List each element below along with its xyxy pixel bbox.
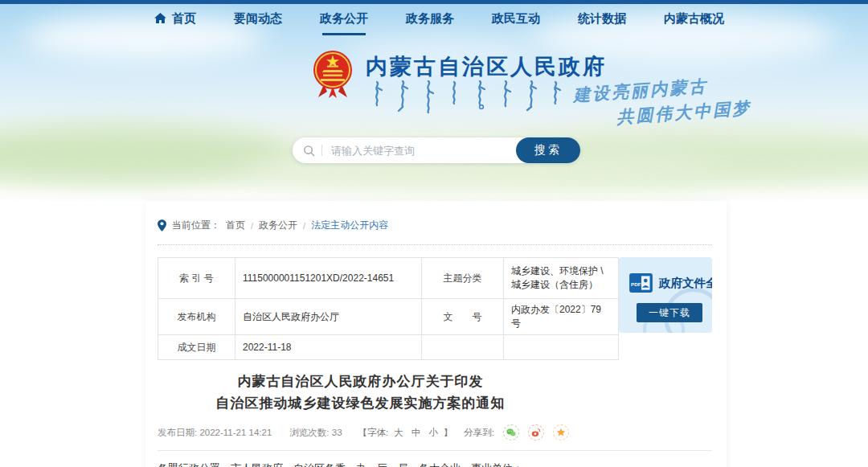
mongolian-script: [367, 80, 565, 117]
breadcrumb-home[interactable]: 首页: [226, 219, 245, 232]
location-pin-icon: [158, 219, 166, 231]
pdf-panel-title: 政府文件全真版: [659, 276, 712, 291]
weibo-share-icon[interactable]: [528, 424, 544, 440]
pdf-file-icon: PDF: [629, 273, 653, 293]
font-size-close: 】: [444, 427, 453, 439]
publish-date-value: 2022-11-21 14:21: [199, 428, 272, 437]
empty-cell: [422, 335, 504, 360]
nav-label: 政务服务: [406, 11, 454, 27]
breadcrumb: 当前位置： 首页 / 政务公开 / 法定主动公开内容: [158, 219, 712, 232]
paragraph: 各盟行政公署、市人民政府，自治区各委、办、厅、局，各大企业、事业单位：: [158, 459, 640, 467]
one-click-download-button[interactable]: 一键下载: [637, 303, 702, 322]
document-info-row: 索 引 号 1115000001151201XD/2022-14651 主题分类…: [158, 257, 712, 360]
article-tools: 【字体: 大 中 小 】 分享到:: [358, 424, 569, 440]
document-meta-table: 索 引 号 1115000001151201XD/2022-14651 主题分类…: [158, 257, 619, 360]
search-divider: [321, 145, 322, 156]
table-row: 索 引 号 1115000001151201XD/2022-14651 主题分类…: [158, 258, 619, 299]
font-size-open: 【字体:: [358, 427, 389, 439]
search-input[interactable]: [330, 144, 516, 158]
favorite-star-icon[interactable]: [553, 424, 569, 440]
nav-item-gov-services[interactable]: 政务服务: [406, 11, 454, 35]
home-icon: [154, 12, 166, 26]
table-row: 成文日期 2022-11-18: [158, 335, 619, 360]
pdf-download-panel: PDF 政府文件全真版 一键下载: [619, 257, 712, 333]
view-count: 浏览次数: 33: [289, 427, 342, 439]
nav-item-statistics[interactable]: 统计数据: [578, 11, 626, 35]
national-emblem: [312, 49, 354, 105]
search-button[interactable]: 搜索: [516, 137, 580, 163]
font-size-medium[interactable]: 中: [411, 427, 421, 439]
active-tab-underline: [322, 33, 366, 35]
issuing-agency-value: 自治区人民政府办公厅: [235, 299, 422, 335]
content-card: 当前位置： 首页 / 政务公开 / 法定主动公开内容 索 引 号 1115000…: [145, 201, 727, 467]
document-title-line-2: 自治区推动城乡建设绿色发展实施方案的通知: [158, 392, 563, 414]
svg-text:PDF: PDF: [631, 281, 641, 287]
document-number-value: 内政办发〔2022〕79号: [504, 299, 619, 335]
nav-item-overview[interactable]: 内蒙古概况: [664, 11, 724, 35]
font-size-large[interactable]: 大: [394, 427, 403, 439]
main-nav: 首页 要闻动态 政务公开 政务服务 政民互动 统计数据 内蒙古概况: [154, 11, 724, 35]
nav-item-gov-disclosure[interactable]: 政务公开: [320, 11, 368, 35]
font-size-small[interactable]: 小: [428, 427, 438, 439]
breadcrumb-current[interactable]: 法定主动公开内容: [311, 219, 388, 232]
search-bar: 搜索: [293, 137, 580, 163]
nav-label: 统计数据: [578, 11, 626, 27]
nav-label: 要闻动态: [234, 11, 282, 27]
index-number-label: 索 引 号: [158, 258, 235, 299]
nav-item-news[interactable]: 要闻动态: [234, 11, 282, 35]
topic-category-label: 主题分类: [422, 258, 504, 299]
issue-date-value: 2022-11-18: [235, 335, 422, 360]
page: 首页 要闻动态 政务公开 政务服务 政民互动 统计数据 内蒙古概况: [0, 0, 868, 467]
header-banner: 首页 要闻动态 政务公开 政务服务 政民互动 统计数据 内蒙古概况: [0, 4, 868, 201]
nav-label: 政务公开: [320, 11, 368, 27]
breadcrumb-separator: /: [303, 221, 305, 231]
dotted-divider: [158, 244, 712, 245]
breadcrumb-label: 当前位置：: [172, 219, 220, 232]
topic-category-value: 城乡建设、环境保护 \ 城乡建设（含住房）: [504, 258, 619, 299]
nav-item-home[interactable]: 首页: [154, 11, 196, 35]
search-icon: [303, 145, 315, 157]
empty-cell: [504, 335, 619, 360]
nav-label: 政民互动: [492, 11, 540, 27]
site-title: 内蒙古自治区人民政府: [366, 52, 607, 81]
nav-label: 首页: [172, 11, 196, 27]
wechat-share-icon[interactable]: [503, 424, 519, 440]
view-count-label: 浏览次数:: [289, 428, 329, 437]
breadcrumb-separator: /: [251, 221, 253, 231]
view-count-value: 33: [332, 428, 342, 437]
document-number-label: 文 号: [422, 299, 504, 335]
table-row: 发布机构 自治区人民政府办公厅 文 号 内政办发〔2022〕79号: [158, 299, 619, 335]
document-title: 内蒙古自治区人民政府办公厅关于印发 自治区推动城乡建设绿色发展实施方案的通知: [158, 371, 563, 414]
share-label: 分享到:: [464, 427, 494, 439]
publish-date: 发布日期: 2022-11-21 14:21: [158, 427, 272, 439]
publish-date-label: 发布日期:: [158, 428, 197, 437]
index-number-value: 1115000001151201XD/2022-14651: [235, 258, 422, 299]
breadcrumb-gov-disclosure[interactable]: 政务公开: [259, 219, 297, 232]
article-body: 各盟行政公署、市人民政府，自治区各委、办、厅、局，各大企业、事业单位： 经自治区…: [158, 459, 640, 467]
issuing-agency-label: 发布机构: [158, 299, 235, 335]
nav-item-interaction[interactable]: 政民互动: [492, 11, 540, 35]
nav-label: 内蒙古概况: [664, 11, 724, 27]
document-title-line-1: 内蒙古自治区人民政府办公厅关于印发: [158, 371, 563, 392]
issue-date-label: 成文日期: [158, 335, 235, 360]
pdf-panel-header: PDF 政府文件全真版: [629, 273, 712, 293]
article-meta-row: 发布日期: 2022-11-21 14:21 浏览次数: 33 【字体: 大 中…: [158, 424, 569, 440]
section-divider: [158, 450, 712, 451]
